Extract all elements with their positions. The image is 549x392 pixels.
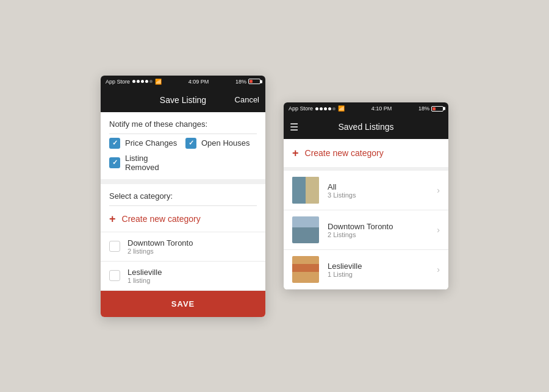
list-info-downtown: Downtown Toronto 2 Listings xyxy=(328,222,428,238)
category-checkbox-downtown[interactable] xyxy=(109,241,120,252)
signal-dots-2 xyxy=(315,107,336,110)
chevron-icon-downtown: › xyxy=(437,225,440,235)
time-label-2: 4:10 PM xyxy=(371,105,392,112)
checkbox-open-houses-box[interactable]: ✓ xyxy=(185,138,196,149)
battery-percent: 18% xyxy=(235,79,246,85)
list-name-downtown: Downtown Toronto xyxy=(328,222,428,231)
nav-title-2: Saved Listings xyxy=(291,122,441,132)
signal-dot-2-5 xyxy=(332,107,336,110)
category-checkbox-leslieville[interactable] xyxy=(109,270,120,281)
list-item-leslieville[interactable]: Leslieville 1 Listing › xyxy=(284,250,448,290)
select-label: Select a category: xyxy=(101,184,265,205)
wifi-icon: 📶 xyxy=(155,79,162,85)
battery-icon xyxy=(248,79,260,84)
category-count-leslieville: 1 listing xyxy=(127,277,257,284)
signal-dot-2-4 xyxy=(328,107,331,110)
signal-dot-3 xyxy=(141,80,144,83)
checkbox-price-changes-label: Price Changes xyxy=(125,138,177,148)
nav-bar-2: ☰ Saved Listings xyxy=(284,115,448,139)
checkmark-icon-3: ✓ xyxy=(112,159,118,166)
status-left: App Store 📶 xyxy=(106,79,162,85)
checkbox-listing-removed-box[interactable]: ✓ xyxy=(109,157,120,168)
signal-dot-2-2 xyxy=(320,107,323,110)
cancel-button[interactable]: Cancel xyxy=(235,95,259,104)
signal-dot-5 xyxy=(149,80,152,83)
battery-fill-2 xyxy=(432,107,436,110)
list-count-leslieville: 1 Listing xyxy=(328,271,428,278)
signal-dot-4 xyxy=(145,80,148,83)
list-item-all[interactable]: All 3 Listings › xyxy=(284,171,448,210)
category-name-leslieville: Leslieville xyxy=(127,268,257,277)
list-info-all: All 3 Listings xyxy=(328,182,428,199)
list-count-downtown: 2 Listings xyxy=(328,231,428,238)
battery-fill xyxy=(249,80,253,83)
checkbox-price-changes[interactable]: ✓ Price Changes xyxy=(109,138,181,149)
status-bar-2: App Store 📶 4:10 PM 18% xyxy=(284,102,448,115)
category-info-leslieville: Leslieville 1 listing xyxy=(127,268,257,284)
thumbnail-leslieville xyxy=(292,256,319,283)
checkbox-open-houses-label: Open Houses xyxy=(201,138,250,148)
time-label: 4:09 PM xyxy=(188,79,209,85)
hamburger-menu-icon[interactable]: ☰ xyxy=(290,121,298,133)
status-right: 18% xyxy=(235,79,260,85)
thumb-right xyxy=(306,177,319,204)
notify-label: Notify me of these changes: xyxy=(101,112,265,134)
carrier-label-2: App Store xyxy=(289,105,313,112)
category-row-downtown[interactable]: Downtown Toronto 2 listings xyxy=(101,232,265,262)
section-divider-1 xyxy=(101,179,265,184)
create-category-button-2[interactable]: + Create new category xyxy=(284,139,448,171)
create-category-button[interactable]: + Create new category xyxy=(101,206,265,232)
status-bar-1: App Store 📶 4:09 PM 18% xyxy=(101,76,265,88)
chevron-icon-leslieville: › xyxy=(437,265,440,274)
checkmark-icon-2: ✓ xyxy=(188,139,194,147)
checkmark-icon: ✓ xyxy=(112,139,118,147)
list-info-leslieville: Leslieville 1 Listing xyxy=(328,262,428,278)
checkbox-open-houses[interactable]: ✓ Open Houses xyxy=(185,138,257,149)
thumbnail-downtown xyxy=(292,216,319,243)
signal-dot-2-3 xyxy=(324,107,327,110)
signal-dots xyxy=(132,80,152,83)
battery-percent-2: 18% xyxy=(418,105,429,112)
category-info-downtown: Downtown Toronto 2 listings xyxy=(127,238,257,255)
save-button[interactable]: SAVE xyxy=(101,291,265,317)
category-row-leslieville[interactable]: Leslieville 1 listing xyxy=(101,262,265,291)
nav-bar-1: Save Listing Cancel xyxy=(101,88,265,112)
plus-icon-2: + xyxy=(292,148,299,159)
checkbox-grid: ✓ Price Changes ✓ Open Houses ✓ Listing … xyxy=(101,134,265,179)
signal-dot-2 xyxy=(137,80,140,83)
checkbox-listing-removed[interactable]: ✓ Listing Removed xyxy=(109,154,181,172)
signal-dot-2-1 xyxy=(315,107,318,110)
category-name-downtown: Downtown Toronto xyxy=(127,238,257,248)
status-right-2: 18% xyxy=(418,105,443,112)
checkbox-listing-removed-label: Listing Removed xyxy=(125,154,181,172)
phone-2: App Store 📶 4:10 PM 18% ☰ Saved Listings… xyxy=(284,102,448,290)
create-category-label-2: Create new category xyxy=(305,148,384,158)
list-item-downtown[interactable]: Downtown Toronto 2 Listings › xyxy=(284,210,448,250)
carrier-label: App Store xyxy=(106,79,130,85)
signal-dot-1 xyxy=(132,80,135,83)
thumbnail-all xyxy=(292,177,319,204)
phone-1: App Store 📶 4:09 PM 18% Save Listing Can… xyxy=(101,76,265,317)
wifi-icon-2: 📶 xyxy=(338,105,345,112)
chevron-icon-all: › xyxy=(437,185,440,195)
category-count-downtown: 2 listings xyxy=(127,248,257,255)
thumb-left xyxy=(292,177,306,204)
battery-icon-2 xyxy=(431,106,443,112)
checkbox-price-changes-box[interactable]: ✓ xyxy=(109,138,120,149)
status-left-2: App Store 📶 xyxy=(289,105,345,112)
list-name-leslieville: Leslieville xyxy=(328,262,428,271)
create-category-label: Create new category xyxy=(122,214,201,224)
list-count-all: 3 Listings xyxy=(328,191,428,199)
list-name-all: All xyxy=(328,182,428,191)
plus-icon: + xyxy=(109,213,116,224)
